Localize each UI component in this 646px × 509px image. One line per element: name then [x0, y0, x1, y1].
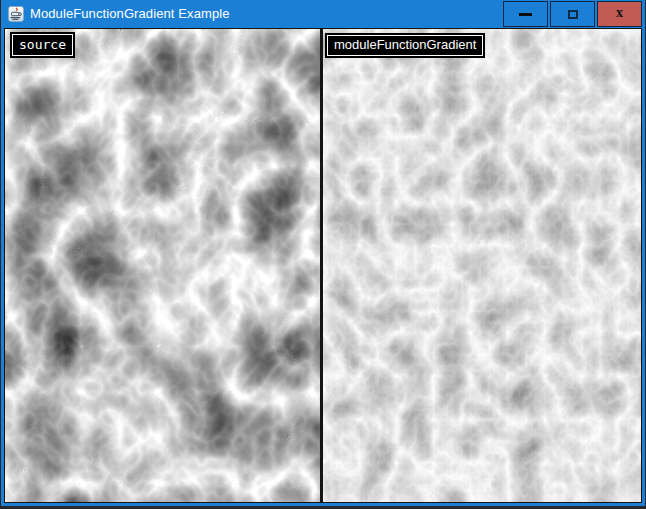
content-area: source [4, 28, 642, 503]
window-controls: x [501, 1, 642, 27]
minimize-button[interactable] [503, 1, 548, 27]
close-button[interactable]: x [597, 1, 642, 27]
modulefunctiongradient-noise-image [323, 29, 641, 502]
titlebar[interactable]: ModuleFunctionGradient Example x [4, 0, 642, 28]
modulefunctiongradient-image-panel: moduleFunctionGradient [323, 29, 641, 502]
modulefunctiongradient-image-label: moduleFunctionGradient [327, 35, 483, 56]
modulefunctiongradient-image-label-text: moduleFunctionGradient [334, 37, 476, 52]
maximize-button[interactable] [550, 1, 595, 27]
java-coffee-cup-icon [8, 6, 24, 22]
window-title: ModuleFunctionGradient Example [30, 0, 230, 28]
source-image-panel: source [5, 29, 320, 502]
source-image-label-text: source [19, 37, 66, 52]
source-image-label: source [12, 34, 73, 56]
source-noise-image [5, 29, 320, 502]
minimize-icon [519, 13, 532, 16]
close-icon: x [616, 6, 623, 20]
application-window: ModuleFunctionGradient Example x [1, 0, 645, 506]
maximize-icon [568, 10, 578, 19]
